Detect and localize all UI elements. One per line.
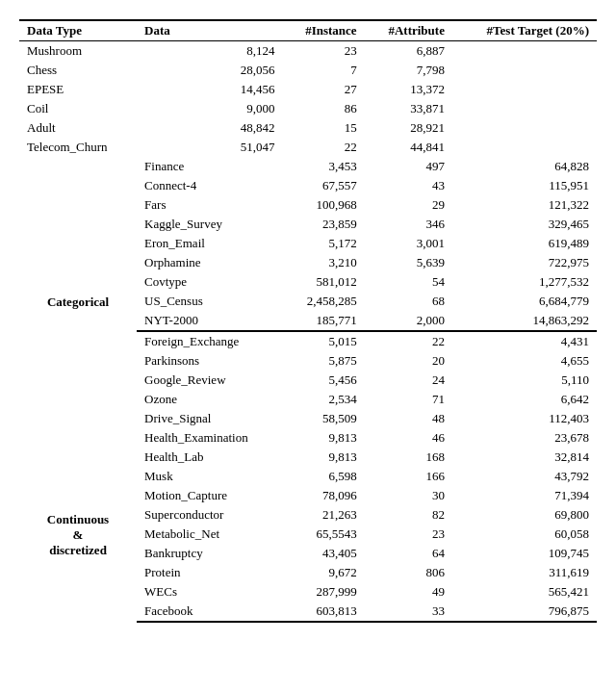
test-target-cell: 329,465 <box>452 215 597 234</box>
test-target-cell: 28,921 <box>365 118 452 138</box>
attribute-cell: 82 <box>365 505 452 525</box>
instance-cell: 100,968 <box>283 195 365 215</box>
test-target-cell: 69,800 <box>452 505 597 525</box>
attribute-cell: 33 <box>365 602 452 622</box>
test-target-cell: 311,619 <box>452 563 597 582</box>
data-name-cell: Parkinsons <box>137 351 282 371</box>
test-target-cell: 64,828 <box>452 157 597 176</box>
data-name-cell: Kaggle_Survey <box>137 215 282 234</box>
instance-cell: 9,000 <box>137 99 282 118</box>
instance-cell: 5,172 <box>283 234 365 253</box>
instance-cell: 2,534 <box>283 390 365 409</box>
instance-cell: 5,875 <box>283 351 365 371</box>
attribute-cell: 497 <box>365 157 452 176</box>
test-target-cell: 4,431 <box>452 331 597 351</box>
data-name-cell: Foreign_Exchange <box>137 331 282 351</box>
test-target-cell: 23,678 <box>452 428 597 448</box>
col-header-datatype: Data Type <box>19 20 137 41</box>
test-target-cell: 565,421 <box>452 582 597 602</box>
attribute-cell: 68 <box>365 292 452 311</box>
instance-cell: 3,210 <box>283 253 365 272</box>
data-name-cell: Google_Review <box>137 371 282 390</box>
data-name-cell: Eron_Email <box>137 234 282 253</box>
data-name-cell: EPESE <box>19 80 137 99</box>
test-target-cell: 5,110 <box>452 371 597 390</box>
data-name-cell: Superconductor <box>137 505 282 525</box>
data-name-cell: Orphamine <box>137 253 282 272</box>
data-name-cell: Chess <box>19 61 137 80</box>
attribute-cell: 23 <box>365 525 452 544</box>
test-target-cell: 6,642 <box>452 390 597 409</box>
data-name-cell: US_Census <box>137 292 282 311</box>
instance-cell: 9,672 <box>283 563 365 582</box>
attribute-cell: 20 <box>365 351 452 371</box>
attribute-cell: 24 <box>365 371 452 390</box>
data-name-cell: WECs <box>137 582 282 602</box>
data-name-cell: Fars <box>137 195 282 215</box>
attribute-cell: 22 <box>365 331 452 351</box>
attribute-cell: 2,000 <box>365 311 452 331</box>
instance-cell: 28,056 <box>137 61 282 80</box>
data-name-cell: Bankruptcy <box>137 544 282 563</box>
test-target-cell: 1,277,532 <box>452 272 597 292</box>
instance-cell: 65,5543 <box>283 525 365 544</box>
instance-cell: 78,096 <box>283 486 365 505</box>
test-target-cell: 7,798 <box>365 61 452 80</box>
instance-cell: 58,509 <box>283 409 365 428</box>
data-name-cell: Telecom_Churn <box>19 138 137 157</box>
data-name-cell: Health_Examination <box>137 428 282 448</box>
test-target-cell: 44,841 <box>365 138 452 157</box>
test-target-cell: 6,887 <box>365 41 452 62</box>
test-target-cell: 32,814 <box>452 448 597 467</box>
attribute-cell: 29 <box>365 195 452 215</box>
test-target-cell: 60,058 <box>452 525 597 544</box>
attribute-cell: 48 <box>365 409 452 428</box>
data-name-cell: Connect-4 <box>137 176 282 195</box>
instance-cell: 2,458,285 <box>283 292 365 311</box>
attribute-cell: 3,001 <box>365 234 452 253</box>
data-name-cell: Covtype <box>137 272 282 292</box>
attribute-cell: 27 <box>283 80 365 99</box>
attribute-cell: 5,639 <box>365 253 452 272</box>
attribute-cell: 54 <box>365 272 452 292</box>
data-name-cell: Drive_Signal <box>137 409 282 428</box>
attribute-cell: 346 <box>365 215 452 234</box>
col-header-data: Data <box>137 20 282 41</box>
test-target-cell: 112,403 <box>452 409 597 428</box>
col-header-instance: #Instance <box>283 20 365 41</box>
attribute-cell: 806 <box>365 563 452 582</box>
attribute-cell: 7 <box>283 61 365 80</box>
attribute-cell: 15 <box>283 118 365 138</box>
attribute-cell: 46 <box>365 428 452 448</box>
data-name-cell: Adult <box>19 118 137 138</box>
instance-cell: 287,999 <box>283 582 365 602</box>
attribute-cell: 22 <box>283 138 365 157</box>
attribute-cell: 23 <box>283 41 365 62</box>
col-header-attribute: #Attribute <box>365 20 452 41</box>
data-name-cell: Motion_Capture <box>137 486 282 505</box>
instance-cell: 185,771 <box>283 311 365 331</box>
data-name-cell: Protein <box>137 563 282 582</box>
data-name-cell: Metabolic_Net <box>137 525 282 544</box>
test-target-cell: 33,871 <box>365 99 452 118</box>
data-name-cell: Facebook <box>137 602 282 622</box>
test-target-cell: 722,975 <box>452 253 597 272</box>
attribute-cell: 168 <box>365 448 452 467</box>
data-name-cell: Coil <box>19 99 137 118</box>
attribute-cell: 71 <box>365 390 452 409</box>
attribute-cell: 86 <box>283 99 365 118</box>
test-target-cell: 619,489 <box>452 234 597 253</box>
instance-cell: 9,813 <box>283 428 365 448</box>
col-header-test: #Test Target (20%) <box>452 20 597 41</box>
instance-cell: 21,263 <box>283 505 365 525</box>
instance-cell: 3,453 <box>283 157 365 176</box>
instance-cell: 581,012 <box>283 272 365 292</box>
attribute-cell: 30 <box>365 486 452 505</box>
data-name-cell: Health_Lab <box>137 448 282 467</box>
test-target-cell: 71,394 <box>452 486 597 505</box>
instance-cell: 67,557 <box>283 176 365 195</box>
attribute-cell: 166 <box>365 467 452 486</box>
data-name-cell: NYT-2000 <box>137 311 282 331</box>
attribute-cell: 64 <box>365 544 452 563</box>
data-name-cell: Finance <box>137 157 282 176</box>
